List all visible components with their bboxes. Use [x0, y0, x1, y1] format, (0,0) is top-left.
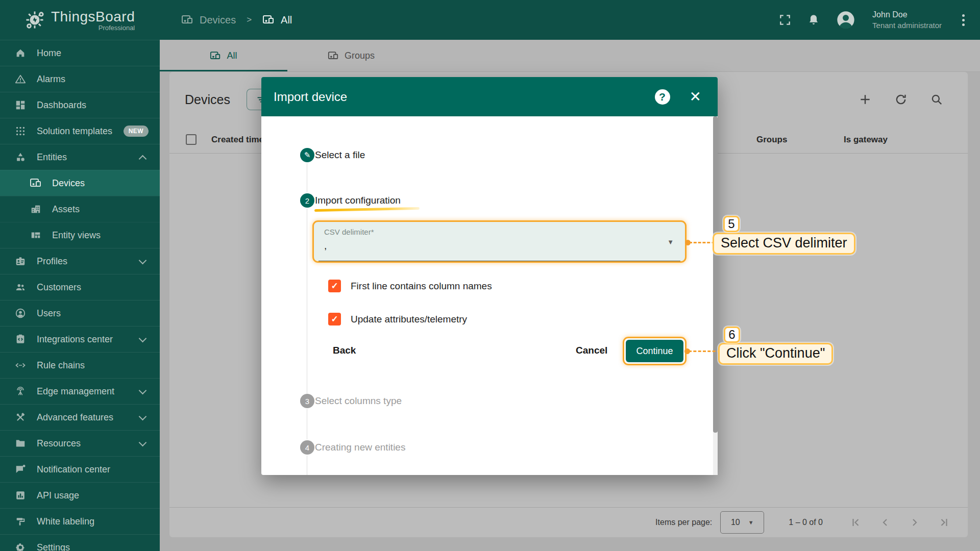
- sidebar-item-integrations-center[interactable]: Integrations center: [0, 326, 160, 352]
- step4-circle: 4: [300, 440, 314, 455]
- annotation6-text: Click "Continue": [718, 343, 833, 365]
- sidebar-item-devices[interactable]: Devices: [0, 170, 160, 196]
- chevron-down-icon: [139, 387, 147, 395]
- avatar[interactable]: [836, 10, 856, 30]
- shapes-icon: [14, 151, 27, 163]
- chevron-down-icon: [139, 257, 147, 265]
- tools-icon: [14, 411, 27, 423]
- help-icon[interactable]: ?: [655, 89, 670, 105]
- update-attributes-checkbox-row: ✓ Update attributes/telemetry: [328, 313, 467, 325]
- sidebar-item-rule-chains[interactable]: Rule chains: [0, 352, 160, 378]
- csv-delimiter-select[interactable]: CSV delimiter* , ▼: [312, 220, 687, 263]
- notifications-bell-icon[interactable]: [807, 13, 820, 27]
- sidebar-item-dashboards[interactable]: Dashboards: [0, 92, 160, 118]
- app-edition: Professional: [99, 24, 135, 32]
- gear-icon: [14, 541, 27, 551]
- sidebar-item-home[interactable]: Home: [0, 40, 160, 66]
- more-menu-icon[interactable]: [960, 12, 967, 28]
- breadcrumb: Devices > All: [181, 14, 292, 26]
- step3-label: Select columns type: [315, 395, 402, 407]
- dialog-scrollbar[interactable]: [713, 116, 718, 475]
- sidebar-item-users[interactable]: Users: [0, 300, 160, 326]
- sidebar-item-resources[interactable]: Resources: [0, 430, 160, 456]
- device-icon: [30, 177, 42, 189]
- grid-dots-icon: [14, 125, 27, 137]
- app-name: ThingsBoard: [51, 9, 135, 25]
- sidebar-item-advanced-features[interactable]: Advanced features: [0, 404, 160, 430]
- warning-triangle-icon: [14, 73, 27, 85]
- close-icon[interactable]: ✕: [690, 90, 701, 104]
- breadcrumb-separator: >: [247, 15, 252, 25]
- thingsboard-logo-icon: [23, 9, 46, 31]
- sidebar-item-white-labeling[interactable]: White labeling: [0, 508, 160, 534]
- import-device-dialog: Import device ? ✕ ✎ Select a file 2 Impo…: [261, 77, 718, 475]
- user-info[interactable]: John Doe Tenant administrator: [872, 10, 942, 30]
- sidebar-item-profiles[interactable]: Profiles: [0, 248, 160, 274]
- user-name: John Doe: [872, 10, 942, 19]
- chart-box-icon: [14, 489, 27, 502]
- chevron-down-icon: [139, 335, 147, 343]
- step1-circle-edit-icon[interactable]: ✎: [300, 148, 314, 162]
- badge-icon: [14, 255, 27, 267]
- step3-circle: 3: [300, 394, 314, 408]
- sidebar-item-entities[interactable]: Entities: [0, 144, 160, 170]
- annotation5-text: Select CSV delimiter: [713, 233, 855, 255]
- annotation-marker-underline: [314, 207, 420, 212]
- cancel-button[interactable]: Cancel: [576, 345, 607, 356]
- sidebar: ThingsBoard Professional Home Alarms Das…: [0, 0, 160, 551]
- building-icon: [30, 203, 42, 215]
- step2-circle: 2: [300, 193, 314, 208]
- annotation-highlight-ring: Continue: [623, 337, 687, 365]
- new-badge: NEW: [124, 126, 149, 137]
- paint-roller-icon: [14, 515, 27, 528]
- breadcrumb-devices[interactable]: Devices: [181, 14, 236, 26]
- first-line-checkbox[interactable]: ✓: [328, 280, 341, 292]
- sidebar-item-edge-management[interactable]: Edge management: [0, 378, 160, 404]
- step4-label: Creating new entities: [315, 441, 405, 454]
- chevron-down-icon: [139, 439, 147, 447]
- annotation6-number: 6: [724, 327, 740, 343]
- step2-label: Import configuration: [315, 194, 401, 207]
- dropdown-arrow-icon: ▼: [667, 238, 674, 246]
- sidebar-item-entity-views[interactable]: Entity views: [0, 222, 160, 248]
- sidebar-item-customers[interactable]: Customers: [0, 274, 160, 300]
- integration-icon: [14, 333, 27, 345]
- sidebar-item-notification-center[interactable]: Notification center: [0, 456, 160, 482]
- dialog-title: Import device: [274, 90, 347, 104]
- dashboard-tiles-icon: [14, 99, 27, 111]
- first-line-checkbox-row: ✓ First line contains column names: [328, 280, 492, 292]
- folder-icon: [14, 437, 27, 449]
- code-brackets-icon: [14, 359, 27, 371]
- annotation5-number: 5: [723, 216, 740, 232]
- continue-button[interactable]: Continue: [626, 340, 683, 362]
- sidebar-item-alarms[interactable]: Alarms: [0, 66, 160, 92]
- antenna-icon: [14, 385, 27, 397]
- annotation6-connector: [689, 350, 720, 352]
- sidebar-item-settings[interactable]: Settings: [0, 534, 160, 551]
- sidebar-item-solution-templates[interactable]: Solution templates NEW: [0, 118, 160, 144]
- message-icon: [14, 463, 27, 475]
- top-header: Devices > All John Doe Tenant administra…: [160, 0, 980, 40]
- breadcrumb-all[interactable]: All: [262, 14, 292, 26]
- annotation5-connector: [689, 242, 715, 243]
- sidebar-item-api-usage[interactable]: API usage: [0, 482, 160, 508]
- chevron-down-icon: [139, 413, 147, 421]
- chevron-up-icon: [139, 155, 147, 163]
- app-logo[interactable]: ThingsBoard Professional: [0, 0, 160, 40]
- csv-delimiter-label: CSV delimiter*: [324, 228, 675, 236]
- fullscreen-icon[interactable]: [778, 13, 792, 27]
- home-icon: [14, 47, 27, 59]
- step1-label[interactable]: Select a file: [315, 149, 365, 161]
- update-attributes-checkbox[interactable]: ✓: [328, 313, 341, 325]
- back-button[interactable]: Back: [333, 345, 356, 356]
- csv-delimiter-value: ,: [324, 240, 675, 252]
- sidebar-item-assets[interactable]: Assets: [0, 196, 160, 222]
- user-role: Tenant administrator: [872, 21, 942, 30]
- people-icon: [14, 281, 27, 293]
- person-circle-icon: [14, 307, 27, 319]
- view-quilt-icon: [30, 229, 42, 241]
